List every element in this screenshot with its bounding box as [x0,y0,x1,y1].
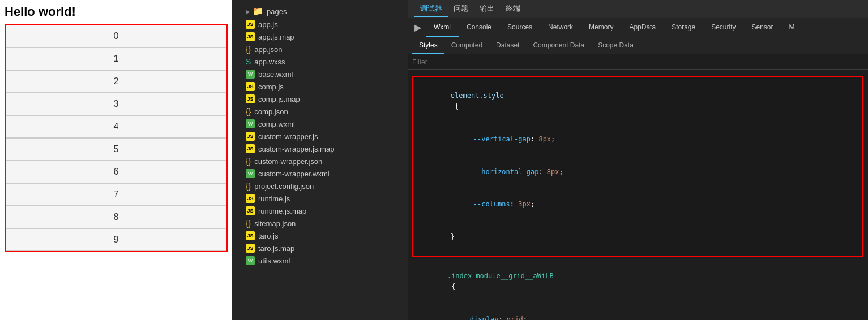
file-tree-item[interactable]: JScustom-wrapper.js [232,130,408,142]
list-item: 8 [6,206,226,228]
list-item: 3 [6,93,226,115]
file-tree-item[interactable]: Sapp.wxss [232,55,408,68]
tab-wxml[interactable]: Wxml [426,18,459,37]
list-item: 4 [6,115,226,138]
element-style-block: element.style { --vertical-gap: 8px; --h… [412,76,863,257]
hello-world-text: Hello world! [0,2,232,24]
file-tree-item[interactable]: {}sitemap.json [232,217,408,230]
filter-input[interactable] [412,58,863,66]
list-item: 0 [6,25,226,47]
list-container: 0123456789 [5,24,228,252]
file-tree-item[interactable]: {}app.json [232,43,408,55]
list-item: 2 [6,70,226,93]
toolbar-tab-output[interactable]: 输出 [474,1,500,17]
pointer-icon[interactable]: ▶ [410,20,426,36]
filter-bar [408,54,868,70]
css-content[interactable]: element.style { --vertical-gap: 8px; --h… [408,70,868,320]
file-tree-item[interactable]: Wcustom-wrapper.wxml [232,167,408,180]
file-tree-item[interactable]: Wcomp.wxml [232,118,408,130]
tab-sensor[interactable]: Sensor [744,18,781,37]
file-tree-panel: ▶📁pagesJSapp.jsJSapp.js.map{}app.jsonSap… [232,0,408,320]
toolbar-tab-issues[interactable]: 问题 [448,1,474,17]
devtools-toolbar: 调试器 问题 输出 终端 [408,0,868,18]
list-item: 6 [6,161,226,183]
file-tree-item[interactable]: JSapp.js.map [232,31,408,43]
sub-tab-dataset[interactable]: Dataset [489,37,526,54]
file-tree-item[interactable]: JScomp.js.map [232,93,408,105]
sub-tab-component-data[interactable]: Component Data [526,37,591,54]
tab-memory[interactable]: Memory [581,18,621,37]
toolbar-tab-terminal[interactable]: 终端 [500,1,526,17]
file-tree-item[interactable]: JScustom-wrapper.js.map [232,142,408,155]
list-item: 7 [6,183,226,206]
file-tree-item[interactable]: Wutils.wxml [232,254,408,267]
tab-console[interactable]: Console [459,18,499,37]
tab-m[interactable]: M [781,18,803,37]
file-tree-item[interactable]: JStaro.js.map [232,242,408,254]
sub-tab-styles[interactable]: Styles [412,37,444,54]
file-tree-item[interactable]: JStaro.js [232,230,408,242]
file-tree-item[interactable]: JScomp.js [232,80,408,93]
file-tree-item[interactable]: JSruntime.js.map [232,205,408,217]
file-tree-item[interactable]: JSruntime.js [232,192,408,205]
file-tree-item[interactable]: {}project.config.json [232,180,408,192]
list-item: 9 [6,228,226,251]
devtools-main-tabs: ▶ Wxml Console Sources Network Memory Ap… [408,18,868,37]
toolbar-tab-debugger[interactable]: 调试器 [414,1,448,17]
tab-security[interactable]: Security [703,18,743,37]
devtools-panel: 调试器 问题 输出 终端 ▶ Wxml Console Sources Netw… [408,0,868,320]
app-preview-panel: Hello world! 0123456789 [0,0,232,320]
devtools-sub-tabs: Styles Computed Dataset Component Data S… [408,37,868,54]
file-tree-item[interactable]: JSapp.js [232,18,408,31]
sub-tab-scope-data[interactable]: Scope Data [591,37,640,54]
file-tree-item[interactable]: Wbase.wxml [232,68,408,80]
file-tree-item[interactable]: {}comp.json [232,105,408,118]
file-tree-item[interactable]: ▶📁pages [232,5,408,18]
tab-sources[interactable]: Sources [499,18,540,37]
grid-class-block: .index-module__grid__aWiLB { display: gr… [410,259,866,320]
list-item: 1 [6,47,226,70]
tab-storage[interactable]: Storage [664,18,703,37]
tab-appdata[interactable]: AppData [621,18,664,37]
tab-network[interactable]: Network [540,18,581,37]
sub-tab-computed[interactable]: Computed [444,37,489,54]
file-tree-item[interactable]: {}custom-wrapper.json [232,155,408,167]
list-item: 5 [6,138,226,161]
